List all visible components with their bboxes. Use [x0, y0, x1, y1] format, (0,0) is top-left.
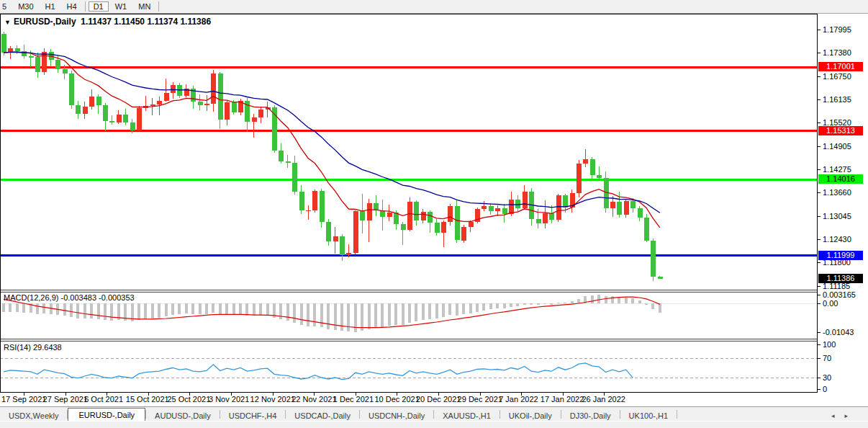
chart-tab-audusd-daily[interactable]: AUDUSD-,Daily [146, 409, 220, 422]
rsi-panel-canvas[interactable] [0, 342, 818, 392]
timeframe-button-h4[interactable]: H4 [62, 1, 82, 12]
candle-body [556, 195, 561, 220]
candle-body [218, 73, 223, 120]
chart-left-border [0, 14, 1, 392]
candle-body [232, 102, 237, 112]
candle-body [421, 212, 426, 220]
candle-body [577, 164, 582, 193]
candle-body [89, 97, 94, 107]
macd-histogram-bar [178, 303, 181, 314]
price-tick: 1.14275 [823, 165, 851, 174]
macd-histogram-bar [462, 303, 465, 314]
tab-scroll-arrows: ◂▸ [831, 412, 858, 419]
macd-histogram-bar [523, 303, 526, 305]
macd-histogram-bar [225, 303, 228, 314]
macd-histogram-bar [448, 303, 451, 315]
chart-tab-usdx-weekly[interactable]: USDX,Weekly [0, 409, 67, 422]
candle-body [252, 117, 257, 122]
macd-histogram-bar [63, 303, 66, 316]
date-label: 3 Nov 2021 [209, 395, 249, 404]
candle-body [171, 85, 176, 93]
price-axis[interactable]: 1.179951.173801.167501.161351.155201.149… [818, 14, 868, 406]
candle-body [326, 222, 331, 241]
candle-body [123, 115, 128, 122]
price-tick: 1.17380 [823, 48, 851, 57]
candle-body [435, 223, 440, 233]
rsi-label: RSI(14) 29.6438 [4, 343, 62, 352]
moving-average-line [4, 53, 660, 213]
macd-main-value: -0.003483 [60, 293, 96, 302]
tab-scroll-right-icon[interactable]: ▸ [844, 412, 858, 419]
candle-body [644, 218, 649, 241]
macd-histogram-bar [374, 303, 377, 328]
timeframe-button-mn[interactable]: MN [133, 1, 155, 12]
candle-body [367, 203, 372, 220]
candle-body [394, 213, 399, 224]
level-line-1.17001[interactable] [0, 66, 818, 68]
chart-tab-ukoil-daily[interactable]: UKOil-,Daily [500, 409, 561, 422]
price-tick: 1.16750 [823, 72, 851, 81]
macd-histogram-bar [496, 303, 499, 308]
macd-histogram-bar [428, 303, 431, 319]
macd-histogram-bar [151, 303, 154, 318]
price-chart-canvas[interactable] [0, 14, 818, 290]
candle-body [583, 159, 588, 164]
level-line-1.14016[interactable] [0, 179, 818, 181]
candle-body [353, 211, 358, 253]
macd-histogram-bar [110, 303, 113, 321]
candle-body [414, 202, 419, 220]
axis-tick-mark [818, 216, 820, 217]
candle-body [387, 213, 392, 216]
rsi-name: RSI(14) [4, 343, 31, 352]
date-label: 26 Jan 2022 [582, 395, 625, 404]
chart-top-border [0, 14, 868, 14]
candle-body [563, 195, 568, 208]
candle-body [630, 201, 636, 208]
chart-tab-uk100-h1[interactable]: UK100-,H1 [620, 409, 677, 422]
tab-scroll-left-icon[interactable]: ◂ [831, 412, 845, 419]
macd-histogram-bar [442, 303, 445, 317]
macd-histogram-bar [618, 297, 620, 303]
timeframe-button-m30[interactable]: M30 [13, 1, 38, 12]
chart-tab-usdcad-daily[interactable]: USDCAD-,Daily [286, 409, 359, 422]
chart-ohlc-values: 1.11437 1.11450 1.11374 1.11386 [81, 17, 211, 27]
macd-histogram-bar [286, 303, 289, 321]
macd-histogram-bar [564, 303, 566, 303]
candle-body [489, 206, 494, 210]
level-price-badge-1.11999: 1.11999 [818, 251, 863, 260]
chart-tab-usdchf-h4[interactable]: USDCHF-,H4 [220, 409, 286, 422]
level-line-1.11999[interactable] [0, 254, 818, 257]
status-strip [0, 421, 868, 428]
candle-body [137, 108, 142, 131]
timeframe-button-h1[interactable]: H1 [40, 1, 60, 12]
macd-histogram-bar [597, 295, 600, 303]
candle-body [461, 227, 466, 241]
macd-histogram-bar [293, 303, 296, 323]
time-axis[interactable]: 17 Sep 202127 Sep 20216 Oct 202115 Oct 2… [0, 393, 868, 406]
chart-tab-eurusd-daily[interactable]: EURUSD-,Daily [68, 408, 145, 422]
timeframe-button-5[interactable]: 5 [1, 1, 12, 12]
macd-histogram-bar [388, 303, 391, 326]
axis-tick-mark [818, 303, 820, 304]
chart-dropdown-icon[interactable]: ▼ [4, 19, 11, 26]
axis-tick-mark [818, 76, 820, 77]
candle-body [258, 110, 263, 117]
candle-body [83, 107, 88, 115]
price-tick: 1.12430 [823, 235, 851, 244]
chart-tab-usdcnh-daily[interactable]: USDCNH-,Daily [360, 409, 433, 422]
candle-body [590, 159, 595, 175]
chart-tab-xauusd-h1[interactable]: XAUUSD-,H1 [434, 409, 499, 422]
macd-histogram-bar [327, 303, 330, 329]
macd-histogram-bar [171, 303, 174, 315]
chart-tab-dj30-daily[interactable]: DJ30-,Daily [561, 409, 620, 422]
timeframe-button-d1[interactable]: D1 [89, 1, 109, 12]
axis-tick-mark [818, 239, 820, 240]
macd-histogram-bar [631, 298, 634, 303]
macd-histogram-bar [266, 303, 269, 315]
axis-tick-mark [818, 53, 820, 53]
level-line-1.15313[interactable] [0, 130, 818, 132]
candle-body [624, 201, 629, 215]
timeframe-button-w1[interactable]: W1 [110, 1, 132, 12]
macd-histogram-bar [557, 303, 560, 303]
candle-body [29, 56, 34, 58]
